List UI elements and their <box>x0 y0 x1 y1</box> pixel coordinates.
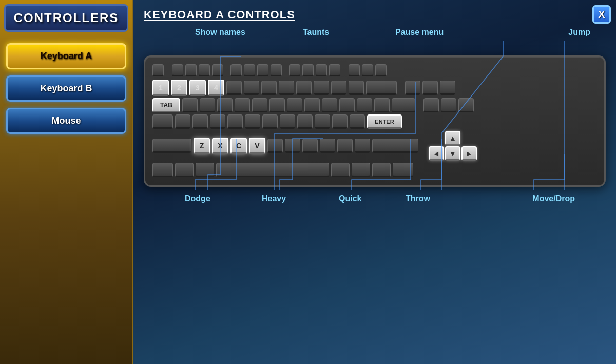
key-f8 <box>271 64 282 76</box>
spacer1 <box>166 63 170 78</box>
sidebar-btn-mouse[interactable]: Mouse <box>6 108 126 134</box>
bottom-labels: Dodge Heavy Quick Throw Move/Drop <box>144 190 606 218</box>
key-enter: ENTER <box>367 114 402 129</box>
main-content: X KEYBOARD A CONTROLS Show names Taunts … <box>133 0 616 364</box>
key-caps <box>152 114 173 129</box>
keyboard-wrapper: Show names Taunts Pause menu Jump <box>144 28 606 356</box>
key-v: V <box>249 138 265 154</box>
key-m <box>302 139 318 153</box>
key-u <box>287 98 302 112</box>
key-bracket-l <box>357 98 372 112</box>
key-z: Z <box>194 138 210 154</box>
key-0 <box>314 81 329 95</box>
sidebar-title-text: CONTROLLERS <box>14 11 119 25</box>
page-title: KEYBOARD A CONTROLS <box>144 8 606 22</box>
key-minus <box>331 81 346 95</box>
close-button[interactable]: X <box>592 5 611 24</box>
key-home <box>422 81 438 95</box>
key-f10 <box>302 64 314 76</box>
key-del <box>424 98 439 112</box>
key-backslash <box>392 98 415 112</box>
key-win-r <box>352 163 370 177</box>
key-b <box>267 139 283 153</box>
key-tab: TAB <box>152 98 180 112</box>
key-f2 <box>185 64 197 76</box>
key-shift-l <box>152 139 191 153</box>
key-k <box>297 114 313 129</box>
label-dodge: Dodge <box>185 194 210 203</box>
spacer6 <box>417 98 421 112</box>
key-9 <box>296 81 312 95</box>
label-quick: Quick <box>339 194 361 203</box>
key-e <box>217 98 233 112</box>
key-p <box>339 98 355 112</box>
key-bracket-r <box>374 98 390 112</box>
key-comma <box>320 139 335 153</box>
caps-row: ENTER <box>152 114 597 129</box>
key-backspace <box>366 81 397 95</box>
key-7 <box>261 81 277 95</box>
shift-row: Z X C V ▲ <box>152 131 597 161</box>
label-move-drop: Move/Drop <box>532 194 575 203</box>
key-c: C <box>230 138 247 154</box>
key-win-l <box>175 163 194 177</box>
tab-row: TAB <box>152 98 597 112</box>
sidebar-btn-keyboard-b[interactable]: Keyboard B <box>6 75 126 102</box>
key-pgdn <box>458 98 474 112</box>
key-j <box>280 114 295 129</box>
key-arrow-right: ► <box>461 146 477 161</box>
key-quote <box>350 114 365 129</box>
key-shift-r <box>372 139 418 153</box>
key-2: 2 <box>171 80 187 96</box>
key-f <box>227 114 243 129</box>
key-n <box>285 139 300 153</box>
key-prtsc <box>349 64 360 76</box>
key-menu <box>372 163 391 177</box>
key-ins <box>405 81 420 95</box>
key-l <box>315 114 330 129</box>
keyboard-visual: 1 2 3 4 <box>144 55 606 187</box>
key-equals <box>349 81 364 95</box>
key-arrow-up: ▲ <box>445 131 460 145</box>
key-f3 <box>199 64 210 76</box>
key-f11 <box>316 64 327 76</box>
key-s <box>192 114 208 129</box>
arrow-cluster: ▲ ◄ ▼ ► <box>429 131 477 161</box>
spacer7 <box>420 139 425 153</box>
spacer2 <box>225 63 228 78</box>
key-period <box>337 139 353 153</box>
spacer5 <box>399 81 403 95</box>
key-esc <box>152 64 164 76</box>
key-f9 <box>289 64 300 76</box>
sidebar-title-box: CONTROLLERS <box>4 4 128 32</box>
key-end <box>441 98 456 112</box>
key-arrow-left: ◄ <box>429 146 444 161</box>
key-h <box>262 114 278 129</box>
key-alt-r <box>331 163 350 177</box>
key-y <box>270 98 285 112</box>
label-show-names: Show names <box>195 28 245 37</box>
key-space <box>216 163 329 177</box>
key-t <box>252 98 267 112</box>
key-8 <box>279 81 294 95</box>
key-6 <box>244 81 259 95</box>
key-5 <box>226 81 242 95</box>
key-f4 <box>212 64 223 76</box>
key-f7 <box>257 64 268 76</box>
number-row: 1 2 3 4 <box>152 80 597 96</box>
key-pause <box>375 64 387 76</box>
key-f12 <box>329 64 340 76</box>
key-pgup <box>440 81 455 95</box>
key-f1 <box>172 64 183 76</box>
key-x: X <box>212 138 228 154</box>
key-f5 <box>230 64 242 76</box>
label-heavy: Heavy <box>262 194 286 203</box>
key-d <box>210 114 225 129</box>
key-ctrl-l <box>152 163 173 177</box>
sidebar-btn-keyboard-a[interactable]: Keyboard A <box>6 43 126 69</box>
label-throw: Throw <box>406 194 430 203</box>
label-taunts: Taunts <box>303 28 329 37</box>
key-g <box>245 114 260 129</box>
sidebar: CONTROLLERS Keyboard A Keyboard B Mouse <box>0 0 133 364</box>
key-a <box>175 114 190 129</box>
